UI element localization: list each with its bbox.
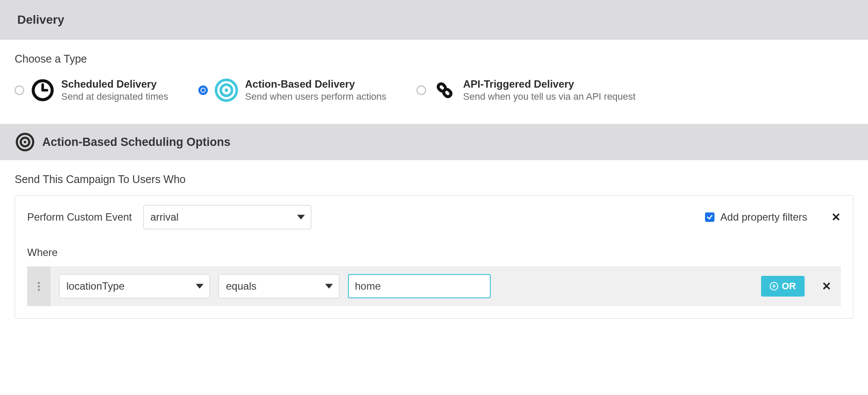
add-or-button[interactable]: + OR (761, 276, 805, 297)
delivery-header: Delivery (0, 0, 868, 40)
scheduled-sub: Send at designated times (61, 91, 168, 102)
scheduling-title: Action-Based Scheduling Options (42, 136, 231, 149)
event-row: Perform Custom Event arrival Add propert… (27, 205, 841, 229)
api-title: API-Triggered Delivery (463, 78, 636, 90)
where-label: Where (27, 246, 841, 259)
choose-type-label: Choose a Type (15, 53, 853, 65)
action-title: Action-Based Delivery (245, 78, 386, 90)
scheduling-header: Action-Based Scheduling Options (0, 124, 868, 160)
delivery-type-api[interactable]: API-Triggered Delivery Send when you tel… (417, 78, 636, 102)
delivery-type-row: Scheduled Delivery Send at designated ti… (15, 78, 853, 102)
perform-label: Perform Custom Event (27, 211, 132, 223)
svg-point-5 (225, 88, 228, 92)
svg-point-10 (24, 141, 26, 143)
send-to-label: Send This Campaign To Users Who (15, 173, 853, 186)
caret-down-icon (196, 284, 204, 289)
radio-unselected-icon[interactable] (15, 85, 24, 95)
caret-down-icon (325, 284, 333, 289)
property-filters-toggle[interactable]: Add property filters (705, 211, 807, 223)
plus-circle-icon: + (770, 282, 778, 291)
checkbox-checked-icon (705, 212, 714, 222)
delivery-type-action[interactable]: Action-Based Delivery Send when users pe… (198, 78, 386, 102)
scheduling-panel: Send This Campaign To Users Who Perform … (0, 160, 868, 323)
property-filters-label: Add property filters (721, 211, 807, 223)
radio-selected-icon[interactable] (198, 85, 208, 95)
radio-unselected-icon[interactable] (417, 85, 426, 95)
remove-event-button[interactable]: ✕ (831, 211, 841, 224)
operator-select-value: equals (226, 280, 257, 292)
action-sub: Send when users perform actions (245, 91, 386, 102)
link-icon (433, 79, 456, 102)
clock-icon (31, 79, 54, 102)
filter-box: Perform Custom Event arrival Add propert… (15, 195, 853, 319)
delivery-title: Delivery (17, 13, 64, 27)
or-label: OR (782, 281, 796, 292)
remove-filter-button[interactable]: ✕ (822, 280, 831, 293)
svg-rect-7 (442, 88, 452, 98)
delivery-type-scheduled[interactable]: Scheduled Delivery Send at designated ti… (15, 78, 168, 102)
property-select-value: locationType (66, 280, 125, 292)
api-sub: Send when you tell us via an API request (463, 91, 636, 102)
choose-type-panel: Choose a Type Scheduled Delivery Send at… (0, 40, 868, 124)
target-icon (215, 79, 238, 102)
where-filter-row: ⋮ locationType equals + OR ✕ (27, 266, 841, 306)
event-select[interactable]: arrival (143, 205, 311, 229)
scheduled-title: Scheduled Delivery (61, 78, 168, 90)
property-select[interactable]: locationType (59, 274, 210, 298)
drag-handle-icon[interactable]: ⋮ (27, 266, 50, 306)
operator-select[interactable]: equals (219, 274, 339, 298)
caret-down-icon (297, 215, 305, 220)
event-select-value: arrival (150, 211, 179, 223)
value-input[interactable] (348, 274, 491, 298)
target-dark-icon (16, 133, 34, 152)
